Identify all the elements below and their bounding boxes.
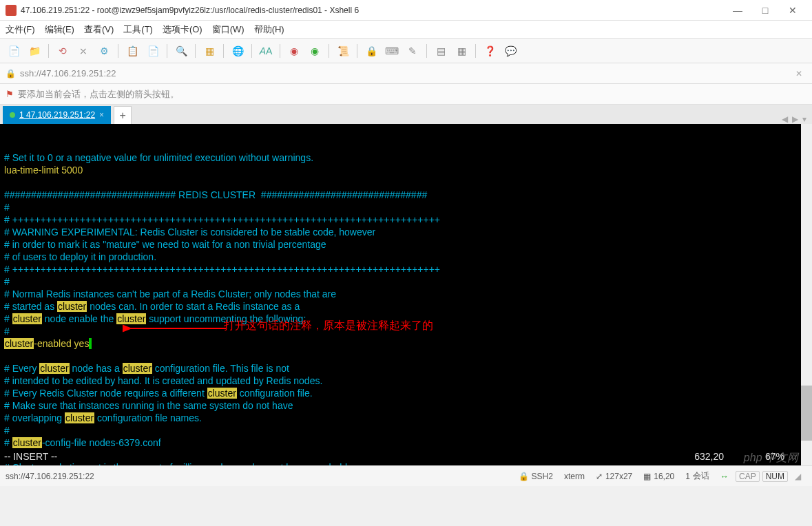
status-num: NUM: [762, 471, 788, 482]
menu-file[interactable]: 文件(F): [6, 23, 35, 36]
tab-prev-icon[interactable]: ◀: [782, 114, 788, 124]
xftp-icon[interactable]: ◉: [306, 43, 323, 59]
grid-icon: ▦: [643, 472, 651, 481]
lock-icon: 🔒: [6, 69, 16, 78]
disconnect-icon[interactable]: ⤫: [75, 43, 92, 59]
vim-mode: -- INSERT --: [4, 450, 57, 463]
terminal[interactable]: # Set it to 0 or a negative value for un…: [0, 124, 812, 465]
lock-icon[interactable]: 🔒: [363, 43, 379, 59]
menu-window[interactable]: 窗口(W): [212, 23, 244, 36]
address-url[interactable]: ssh://47.106.219.251:22: [20, 68, 791, 78]
separator: [280, 44, 280, 58]
menu-tab[interactable]: 选项卡(O): [163, 23, 202, 36]
properties-icon[interactable]: ⚙: [96, 43, 112, 59]
tab-menu-icon[interactable]: ▾: [802, 114, 806, 124]
tab-next-icon[interactable]: ▶: [792, 114, 798, 124]
vim-mode-line: -- INSERT -- 632,20 67%: [4, 450, 798, 463]
address-close-icon[interactable]: ✕: [791, 69, 806, 78]
menu-edit[interactable]: 编辑(E): [45, 23, 74, 36]
menu-tools[interactable]: 工具(T): [123, 23, 153, 36]
status-ssh: 🔒SSH2: [513, 472, 559, 481]
compose-icon[interactable]: ✎: [404, 43, 421, 59]
separator: [48, 44, 49, 58]
help-icon[interactable]: ❓: [481, 43, 498, 59]
titlebar: 47.106.219.251:22 - root@izwz9ef5sjam9pv…: [0, 0, 812, 21]
menubar: 文件(F) 编辑(E) 查看(V) 工具(T) 选项卡(O) 窗口(W) 帮助(…: [0, 21, 812, 39]
hint-bar: ⚑ 要添加当前会话，点击左侧的箭头按钮。: [0, 84, 812, 105]
separator: [426, 44, 427, 58]
scrollbar-thumb[interactable]: [801, 386, 812, 441]
resize-grip-icon[interactable]: ◢: [789, 472, 806, 481]
find-icon[interactable]: 🔍: [173, 43, 189, 59]
resize-icon: ⤢: [596, 472, 603, 481]
reconnect-icon[interactable]: ⟲: [54, 43, 71, 59]
tile-icon[interactable]: ▦: [453, 43, 470, 59]
separator: [223, 44, 224, 58]
window-title: 47.106.219.251:22 - root@izwz9ef5sjam9pv…: [21, 6, 724, 15]
minimize-button[interactable]: —: [724, 0, 751, 21]
tab-label: 1 47.106.219.251:22: [19, 110, 95, 120]
separator: [251, 44, 252, 58]
tab-add-button[interactable]: +: [114, 106, 132, 124]
lock-icon: 🔒: [519, 472, 529, 481]
separator: [357, 44, 357, 58]
script-icon[interactable]: 📜: [335, 43, 351, 59]
tab-close-icon[interactable]: ×: [99, 110, 104, 120]
close-button[interactable]: ✕: [779, 0, 806, 21]
tab-bar: 1 47.106.219.251:22 × + ◀ ▶ ▾: [0, 105, 812, 124]
separator: [475, 44, 476, 58]
font-icon[interactable]: AA: [258, 43, 274, 59]
new-session-icon[interactable]: 📄: [6, 43, 22, 59]
chat-icon[interactable]: 💬: [502, 43, 519, 59]
watermark: php 中文网: [744, 452, 798, 464]
menu-view[interactable]: 查看(V): [84, 23, 114, 36]
separator: [167, 44, 167, 58]
separator: [118, 44, 118, 58]
split-icon[interactable]: ▤: [433, 43, 449, 59]
vim-position: 632,20: [694, 450, 724, 463]
tab-session-1[interactable]: 1 47.106.219.251:22 ×: [3, 106, 111, 124]
separator: [195, 44, 196, 58]
status-term: xterm: [559, 472, 590, 481]
highlight-icon[interactable]: ▦: [201, 43, 218, 59]
annotation-text: 打开这句话的注释，原本是被注释起来了的: [224, 319, 433, 332]
annotation-arrow-icon: [123, 322, 226, 335]
status-cursor: ▦16,20: [638, 472, 680, 481]
globe-icon[interactable]: 🌐: [229, 43, 246, 59]
app-icon: [6, 5, 17, 16]
maximize-button[interactable]: □: [751, 0, 779, 21]
xagent-icon[interactable]: ◉: [286, 43, 302, 59]
status-connect-icon: ↔: [715, 472, 734, 481]
status-bar: ssh://47.106.219.251:22 🔒SSH2 xterm ⤢127…: [0, 465, 812, 486]
status-cap: CAP: [736, 471, 760, 482]
copy-icon[interactable]: 📋: [124, 43, 140, 59]
address-bar: 🔒 ssh://47.106.219.251:22 ✕: [0, 63, 812, 84]
status-size: ⤢127x27: [590, 472, 638, 481]
status-sessions: 1会话: [680, 470, 715, 482]
status-url: ssh://47.106.219.251:22: [6, 472, 513, 481]
status-dot-icon: [10, 112, 15, 118]
terminal-content: # Set it to 0 or a negative value for un…: [4, 151, 808, 465]
separator: [329, 44, 329, 58]
menu-help[interactable]: 帮助(H): [254, 23, 284, 36]
flag-icon[interactable]: ⚑: [6, 89, 14, 99]
tab-controls: ◀ ▶ ▾: [782, 114, 812, 124]
hint-text: 要添加当前会话，点击左侧的箭头按钮。: [18, 88, 179, 101]
toolbar: 📄 📁 ⟲ ⤫ ⚙ 📋 📄 🔍 ▦ 🌐 AA ◉ ◉ 📜 🔒 ⌨ ✎ ▤ ▦ ❓…: [0, 39, 812, 63]
open-icon[interactable]: 📁: [26, 43, 43, 59]
paste-icon[interactable]: 📄: [145, 43, 161, 59]
keyboard-icon[interactable]: ⌨: [384, 43, 400, 59]
